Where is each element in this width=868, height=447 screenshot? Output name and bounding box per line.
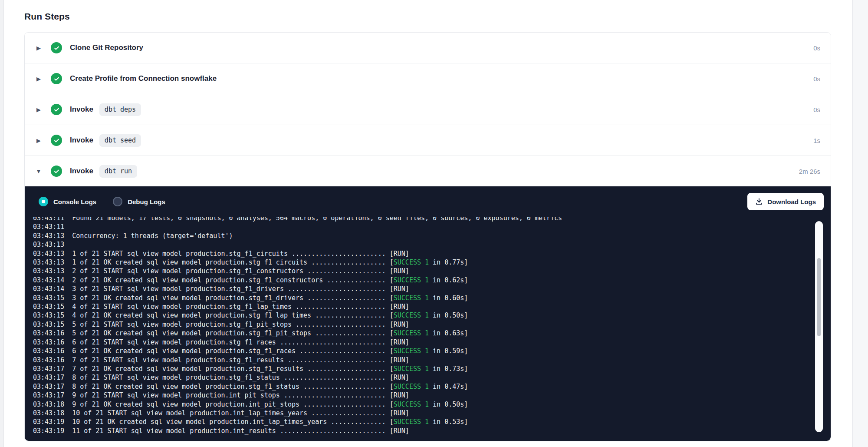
log-time: 03:43:14 [33, 276, 64, 284]
log-status-success: SUCCESS 1 [394, 311, 429, 319]
log-status-rest: in 0.62s] [429, 276, 468, 284]
log-status-rest: in 0.50s] [429, 401, 468, 408]
run-steps-card: ▶ Clone Git Repository 0s ▶ Create Profi… [24, 32, 831, 441]
command-chip: dbt seed [99, 134, 141, 147]
log-text: 2 of 21 OK created sql view model produc… [72, 276, 394, 284]
log-text: 4 of 21 OK created sql view model produc… [72, 311, 394, 319]
log-time: 03:43:19 [33, 427, 64, 435]
step-label: Create Profile from Connection snowflake [70, 74, 217, 83]
log-status-rest: [RUN] [390, 374, 409, 381]
debug-logs-radio[interactable]: Debug Logs [113, 197, 165, 206]
log-line: 03:43:143 of 21 START sql view model pro… [33, 285, 831, 293]
radio-label: Debug Logs [128, 198, 165, 205]
log-time: 03:43:13 [33, 267, 64, 275]
log-line: 03:43:189 of 21 OK created sql view mode… [33, 400, 831, 409]
log-line: 03:43:178 of 21 START sql view model pro… [33, 373, 831, 382]
log-line: 03:43:13 [33, 240, 831, 249]
log-scrollbar-track[interactable] [815, 221, 823, 432]
log-time: 03:43:11 [33, 217, 64, 222]
log-line: 03:43:1911 of 21 START sql view model pr… [33, 427, 831, 435]
log-status-rest: [RUN] [390, 391, 409, 399]
log-text: Concurrency: 1 threads (target='default'… [72, 232, 233, 240]
log-line: 03:43:11Found 21 models, 17 tests, 0 sna… [33, 217, 831, 222]
log-line: 03:43:1810 of 21 START sql view model pr… [33, 409, 831, 417]
run-steps-list: ▶ Clone Git Repository 0s ▶ Create Profi… [25, 33, 831, 186]
log-status-rest: in 0.73s] [429, 365, 468, 373]
log-text: 5 of 21 OK created sql view model produc… [72, 329, 394, 337]
step-row-3[interactable]: ▶ Invoke dbt deps 0s [25, 94, 831, 125]
log-line: 03:43:153 of 21 OK created sql view mode… [33, 294, 831, 302]
log-status-success: SUCCESS 1 [394, 383, 429, 391]
log-time: 03:43:14 [33, 285, 64, 293]
log-line: 03:43:131 of 21 OK created sql view mode… [33, 258, 831, 267]
step-row-1[interactable]: ▶ Clone Git Repository 0s [25, 33, 831, 63]
log-line: 03:43:166 of 21 OK created sql view mode… [33, 347, 831, 355]
step-duration: 0s [813, 44, 825, 52]
log-line: 03:43:165 of 21 OK created sql view mode… [33, 329, 831, 338]
log-time: 03:43:17 [33, 374, 64, 381]
log-line: 03:43:11 [33, 222, 831, 231]
log-status-success: SUCCESS 1 [394, 418, 429, 426]
log-status-success: SUCCESS 1 [394, 365, 429, 373]
log-time: 03:43:15 [33, 303, 64, 311]
log-text: 10 of 21 OK created sql view model produ… [72, 418, 394, 426]
log-text: 10 of 21 START sql view model production… [72, 409, 390, 417]
step-row-5[interactable]: ▼ Invoke dbt run 2m 26s [25, 156, 831, 186]
step-row-2[interactable]: ▶ Create Profile from Connection snowfla… [25, 63, 831, 94]
command-chip: dbt deps [99, 103, 141, 116]
log-text: 3 of 21 START sql view model production.… [72, 285, 390, 293]
log-status-success: SUCCESS 1 [394, 258, 429, 266]
log-time: 03:43:16 [33, 347, 64, 355]
radio-unselected-icon [113, 197, 122, 206]
log-time: 03:43:15 [33, 321, 64, 328]
step-label: Invoke [70, 105, 93, 114]
log-line: 03:43:166 of 21 START sql view model pro… [33, 338, 831, 347]
log-text: 7 of 21 START sql view model production.… [72, 356, 390, 364]
download-icon [755, 198, 763, 205]
log-line: 03:43:132 of 21 START sql view model pro… [33, 267, 831, 275]
log-text: 4 of 21 START sql view model production.… [72, 303, 390, 311]
log-status-rest: [RUN] [390, 427, 409, 435]
download-logs-button[interactable]: Download Logs [747, 193, 824, 210]
step-label: Clone Git Repository [70, 43, 143, 52]
caret-right-icon: ▶ [35, 137, 42, 144]
log-time: 03:43:15 [33, 294, 64, 302]
log-scrollbar-thumb[interactable] [817, 258, 821, 336]
log-time: 03:43:17 [33, 383, 64, 391]
log-status-rest: [RUN] [390, 321, 409, 328]
step-duration: 1s [813, 137, 825, 144]
log-panel: Console Logs Debug Logs Download Logs 03… [25, 186, 831, 441]
radio-label: Console Logs [53, 198, 96, 205]
log-text: 8 of 21 OK created sql view model produc… [72, 383, 394, 391]
log-status-rest: [RUN] [390, 338, 409, 346]
log-time: 03:43:13 [33, 250, 64, 258]
log-text: 9 of 21 START sql view model production.… [72, 391, 390, 399]
log-line: 03:43:167 of 21 START sql view model pro… [33, 356, 831, 364]
log-text: 1 of 21 OK created sql view model produc… [72, 258, 394, 266]
log-status-rest: [RUN] [390, 409, 409, 417]
log-line: 03:43:154 of 21 OK created sql view mode… [33, 311, 831, 320]
step-label: Invoke [70, 167, 93, 175]
log-status-rest: in 0.59s] [429, 347, 468, 355]
log-time: 03:43:11 [33, 223, 64, 231]
log-time: 03:43:13 [33, 232, 64, 240]
caret-right-icon: ▶ [35, 106, 42, 113]
right-scroll-gutter [852, 0, 868, 447]
log-line: 03:43:179 of 21 START sql view model pro… [33, 391, 831, 400]
console-logs-radio[interactable]: Console Logs [39, 197, 96, 206]
log-text: 3 of 21 OK created sql view model produc… [72, 294, 394, 302]
log-status-success: SUCCESS 1 [394, 347, 429, 355]
log-text: 6 of 21 OK created sql view model produc… [72, 347, 394, 355]
radio-selected-icon [39, 197, 48, 206]
log-line: 03:43:13Concurrency: 1 threads (target='… [33, 232, 831, 240]
log-time: 03:43:13 [33, 258, 64, 266]
log-text: 9 of 21 OK created sql view model produc… [72, 401, 394, 408]
command-chip: dbt run [99, 165, 137, 178]
console-log-output[interactable]: 03:43:11Found 21 models, 17 tests, 0 sna… [25, 217, 831, 441]
log-time: 03:43:17 [33, 365, 64, 373]
log-text: 6 of 21 START sql view model production.… [72, 338, 390, 346]
check-circle-icon [51, 42, 62, 53]
step-row-4[interactable]: ▶ Invoke dbt seed 1s [25, 125, 831, 156]
step-duration: 0s [813, 75, 825, 83]
left-edge-band [0, 0, 4, 447]
